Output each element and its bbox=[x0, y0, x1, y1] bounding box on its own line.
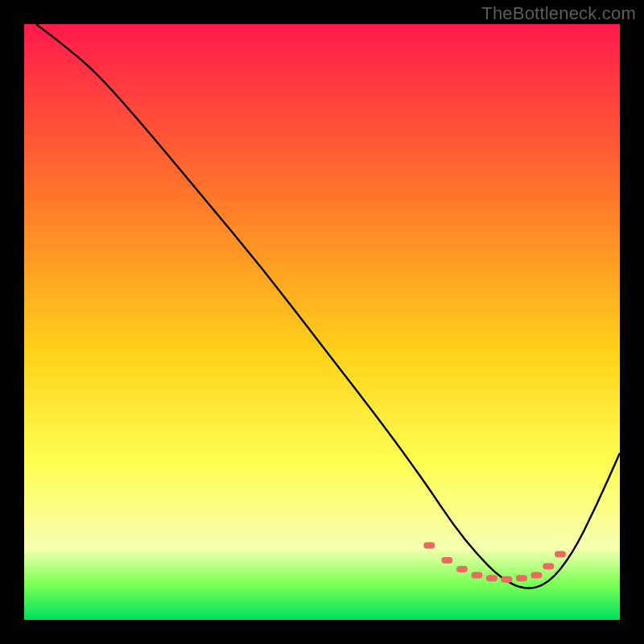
optimal-dot bbox=[516, 575, 527, 581]
plot-area bbox=[24, 24, 620, 620]
optimal-dot bbox=[501, 576, 512, 583]
chart-root: { "watermark": "TheBottleneck.com", "col… bbox=[0, 0, 644, 644]
watermark-text: TheBottleneck.com bbox=[481, 3, 636, 24]
optimal-dot bbox=[456, 566, 468, 572]
optimal-dot bbox=[530, 572, 542, 579]
optimal-dot bbox=[555, 551, 566, 558]
optimal-dot bbox=[441, 557, 452, 564]
chart-svg bbox=[0, 0, 644, 644]
optimal-dot bbox=[543, 563, 554, 569]
optimal-dot bbox=[486, 575, 497, 581]
optimal-dot bbox=[471, 572, 482, 579]
optimal-dot bbox=[423, 543, 435, 549]
